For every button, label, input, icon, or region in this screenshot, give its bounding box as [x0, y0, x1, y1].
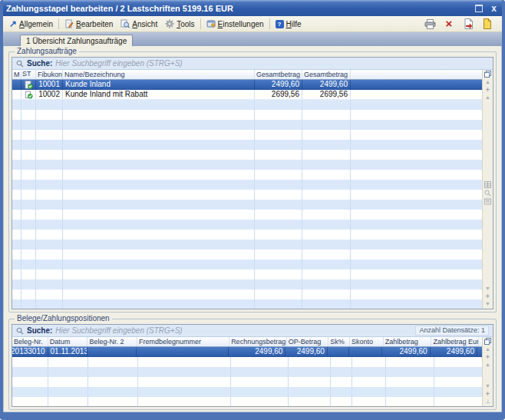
scroll-up-button[interactable]: ▲	[485, 94, 490, 101]
application-window: Zahlungsstapel bearbeiten / 2 Lastschrif…	[0, 0, 505, 420]
group-label: Belege/Zahlungspositionen	[15, 314, 112, 322]
scroll-down-button[interactable]: ▼	[485, 286, 490, 292]
col-op-betrag[interactable]: OP-Betrag	[287, 337, 329, 346]
scroll-bottom-button[interactable]: ▼	[485, 301, 490, 307]
orders-search-bar[interactable]: Suche:	[12, 58, 493, 70]
close-button[interactable]: x	[489, 4, 499, 13]
add-row-button[interactable]: +	[486, 293, 490, 299]
new-document-icon	[483, 18, 492, 29]
menu-ansicht[interactable]: Ansicht	[117, 18, 161, 29]
new-document-button[interactable]	[481, 18, 493, 30]
col-zahlbetrag-euro[interactable]: Zahlbetrag Euro	[431, 337, 479, 346]
document-check-icon	[25, 81, 33, 89]
grid-view-button[interactable]	[484, 181, 491, 188]
cell-fibukonto: 10001	[36, 80, 63, 89]
col-beleg-nr[interactable]: Beleg-Nr.	[12, 337, 48, 346]
col-gesamtbetrag[interactable]: Gesamtbetrag	[255, 70, 302, 79]
col-beleg-nr-2[interactable]: Beleg-Nr. 2	[87, 337, 137, 346]
cell-fibukonto: 10002	[36, 90, 63, 99]
group-zahlungsauftraege: Zahlungsaufträge Suche: M ST Fibukonto N…	[8, 51, 497, 313]
cell-name: Kunde Inland	[63, 80, 255, 89]
gear-icon	[165, 19, 174, 28]
positions-table-header: Beleg-Nr. Datum Beleg-Nr. 2 Fremdbelegnu…	[12, 337, 482, 347]
menu-bearbeiten[interactable]: Bearbeiten	[61, 18, 117, 29]
delete-icon: ×	[446, 18, 453, 29]
menu-hilfe[interactable]: ? Hilfe	[272, 19, 305, 29]
menu-separator	[200, 18, 201, 29]
col-name-bezeichnung[interactable]: Name/Bezeichnung	[63, 70, 255, 79]
content-area: Zahlungsaufträge Suche: M ST Fibukonto N…	[3, 46, 502, 412]
orders-table: M ST Fibukonto Name/Bezeichnung Gesamtbe…	[12, 70, 482, 309]
settings-panel-icon	[206, 19, 216, 28]
cell-m	[12, 90, 21, 99]
cell-st	[21, 80, 36, 89]
export-button[interactable]	[462, 18, 474, 30]
cell-zahlbetrag-euro: 2499,60	[431, 347, 477, 356]
search-icon	[16, 60, 24, 68]
col-fremdbelegnummer[interactable]: Fremdbelegnummer	[137, 337, 229, 346]
cell-st	[21, 90, 36, 99]
cell-fremdbelegnummer	[137, 347, 229, 356]
cell-zahlbetrag: 2499,60	[382, 347, 430, 356]
col-zahlbetrag[interactable]: Zahlbetrag	[384, 337, 432, 346]
orders-row-10002[interactable]: 10002 Kunde Inland mit Rabatt 2699,56 26…	[12, 90, 482, 100]
orders-empty-rows	[12, 100, 482, 309]
scroll-top-button[interactable]: ▲	[485, 346, 490, 352]
orders-search-input[interactable]	[55, 59, 489, 68]
col-m[interactable]: M	[12, 70, 21, 79]
col-fibukonto[interactable]: Fibukonto	[36, 70, 63, 79]
col-gesamtbetrag-euro[interactable]: Gesamtbetrag Euro	[302, 70, 351, 79]
col-datum[interactable]: Datum	[48, 337, 88, 346]
record-count-badge: Anzahl Datensätze: 1	[415, 326, 489, 336]
col-sk-prozent[interactable]: Sk%	[328, 337, 350, 346]
scroll-end-button[interactable]: ⊥	[485, 399, 490, 405]
cell-beleg-nr-2	[87, 347, 137, 356]
document-check-icon	[25, 91, 33, 99]
restore-icon	[475, 5, 483, 12]
positions-table: Beleg-Nr. Datum Beleg-Nr. 2 Fremdbelegnu…	[12, 337, 482, 406]
add-row-button[interactable]: +	[486, 391, 490, 397]
restore-button[interactable]	[474, 4, 484, 13]
positions-row-20133010[interactable]: 20133010 01.11.2013 /Fr 2499,60 2499,60 …	[12, 347, 482, 357]
menu-allgemein[interactable]: ↗ Allgemein	[5, 19, 57, 29]
edit-document-icon	[64, 19, 74, 28]
positions-search-input[interactable]	[55, 326, 412, 335]
close-icon: x	[491, 5, 497, 12]
search-icon	[16, 327, 24, 335]
menu-einstellungen[interactable]: Einstellungen	[203, 18, 268, 29]
column-chooser-button[interactable]	[484, 71, 491, 78]
cell-gesamtbetrag-euro: 2699,56	[302, 90, 351, 99]
cell-datum: 01.11.2013 /Fr	[48, 347, 88, 356]
orders-row-10001[interactable]: 10001 Kunde Inland 2499,60 2499,60	[12, 80, 482, 90]
orders-side-toolbar: ▲ + ▲ ▼ + ▼	[482, 70, 493, 309]
col-skonto[interactable]: Skonto	[350, 337, 384, 346]
col-rechnungsbetrag[interactable]: Rechnungsbetrag	[229, 337, 287, 346]
zoom-button[interactable]	[484, 190, 491, 197]
cell-name: Kunde Inland mit Rabatt	[63, 90, 255, 99]
magnifier-document-icon	[120, 19, 130, 28]
positions-side-toolbar: ▲ + ▲ ▼ + ⊥	[482, 337, 493, 406]
arrow-ne-icon: ↗	[9, 20, 17, 28]
cell-gesamtbetrag: 2499,60	[255, 80, 302, 89]
delete-button[interactable]: ×	[443, 18, 455, 30]
insert-row-button[interactable]: +	[486, 87, 490, 93]
tab-uebersicht-zahlungsauftraege[interactable]: 1 Übersicht Zahlungsaufträge	[20, 35, 133, 46]
insert-row-button[interactable]: +	[486, 354, 490, 360]
col-filler	[351, 70, 482, 79]
positions-search-bar[interactable]: Suche: Anzahl Datensätze: 1	[12, 325, 493, 337]
column-chooser-button[interactable]	[484, 338, 491, 345]
notes-button[interactable]	[484, 198, 491, 205]
tab-strip: 1 Übersicht Zahlungsaufträge	[3, 32, 502, 46]
orders-table-header: M ST Fibukonto Name/Bezeichnung Gesamtbe…	[12, 70, 482, 80]
print-button[interactable]	[424, 18, 436, 30]
cell-gesamtbetrag: 2699,56	[255, 90, 302, 99]
scroll-down-button[interactable]: ▼	[485, 383, 490, 389]
cell-beleg-nr: 20133010	[12, 347, 48, 356]
scroll-up-button[interactable]: ▲	[485, 362, 490, 368]
menu-tools[interactable]: Tools	[161, 18, 198, 29]
title-bar[interactable]: Zahlungsstapel bearbeiten / 2 Lastschrif…	[0, 0, 505, 16]
cell-rechnungsbetrag: 2499,60	[229, 347, 286, 356]
scroll-top-button[interactable]: ▲	[485, 79, 490, 85]
cell-m	[12, 80, 21, 89]
col-st[interactable]: ST	[21, 70, 36, 79]
